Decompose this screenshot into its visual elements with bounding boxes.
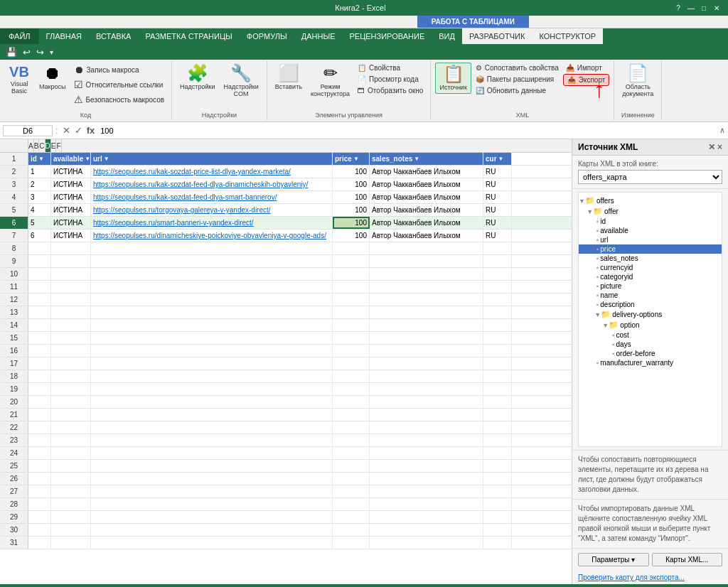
- cell-4-d[interactable]: 100: [333, 191, 370, 203]
- cell-7-e[interactable]: Автор Чакканбаев Илыхом: [370, 230, 483, 242]
- export-button[interactable]: 📤 Экспорт: [563, 74, 610, 86]
- cell-20-f[interactable]: [483, 396, 512, 408]
- tree-item-cost[interactable]: ▪cost: [579, 330, 722, 340]
- cell-9-a[interactable]: [28, 255, 51, 267]
- formula-input[interactable]: 100: [97, 126, 718, 136]
- cell-2-b[interactable]: ИСТИНА: [51, 166, 91, 178]
- cell-31-f[interactable]: [483, 537, 512, 549]
- tab-page-layout[interactable]: РАЗМЕТКА СТРАНИЦЫ: [138, 28, 239, 44]
- xml-maps-button[interactable]: Карты XML...: [652, 553, 723, 566]
- cell-8-a[interactable]: [28, 242, 51, 254]
- cell-24-c[interactable]: [91, 447, 333, 459]
- cell-16-b[interactable]: [51, 345, 91, 357]
- cell-11-e[interactable]: [370, 281, 483, 293]
- cell-6-c[interactable]: https://seopulses.ru/smart-banneri-v-yan…: [91, 217, 333, 229]
- cell-8-b[interactable]: [51, 242, 91, 254]
- cell-28-f[interactable]: [483, 498, 512, 510]
- col-header-b[interactable]: B: [34, 139, 40, 152]
- cell-20-e[interactable]: [370, 396, 483, 408]
- tab-file[interactable]: ФАЙЛ: [0, 28, 39, 44]
- tree-item-picture[interactable]: ▪picture: [579, 281, 722, 291]
- cell-14-b[interactable]: [51, 319, 91, 331]
- tree-item-currencyid[interactable]: ▪currencyid: [579, 263, 722, 272]
- cell-3-e[interactable]: Автор Чакканбаев Илыхом: [370, 178, 483, 190]
- xml-panel-close-button[interactable]: ✕ ×: [708, 142, 722, 152]
- cell-27-e[interactable]: [370, 485, 483, 497]
- header-cell-sales-notes[interactable]: sales_notes ▼: [370, 153, 483, 165]
- cell-15-b[interactable]: [51, 332, 91, 344]
- cell-8-f[interactable]: [483, 242, 512, 254]
- col-header-a[interactable]: A: [28, 139, 34, 152]
- cell-16-e[interactable]: [370, 345, 483, 357]
- cell-2-c[interactable]: https://seopulses.ru/kak-sozdat-price-li…: [91, 166, 333, 178]
- cell-20-c[interactable]: [91, 396, 333, 408]
- cell-24-e[interactable]: [370, 447, 483, 459]
- cell-15-c[interactable]: [91, 332, 333, 344]
- cell-31-d[interactable]: [333, 537, 370, 549]
- cell-5-f[interactable]: RU: [483, 204, 512, 216]
- cell-10-d[interactable]: [333, 268, 370, 280]
- cell-14-a[interactable]: [28, 319, 51, 331]
- tree-item-days[interactable]: ▪days: [579, 340, 722, 349]
- cell-24-d[interactable]: [333, 447, 370, 459]
- save-qa-button[interactable]: 💾: [4, 47, 18, 58]
- cell-17-e[interactable]: [370, 357, 483, 370]
- cell-31-b[interactable]: [51, 537, 91, 549]
- tab-insert[interactable]: ВСТАВКА: [89, 28, 138, 44]
- col-header-c[interactable]: C: [39, 139, 45, 152]
- cell-26-f[interactable]: [483, 473, 512, 485]
- com-addins-button[interactable]: 🔧 НадстройкиCOM: [220, 63, 262, 99]
- cell-7-d[interactable]: 100: [333, 230, 370, 242]
- cell-7-c[interactable]: https://seopulses.ru/dinamicheskiye-poic…: [91, 230, 333, 242]
- tree-item-description[interactable]: ▪description: [579, 300, 722, 309]
- cell-2-a[interactable]: 1: [28, 166, 51, 178]
- cell-6-f[interactable]: RU: [483, 217, 512, 229]
- verify-export-link[interactable]: Проверить карту для экспорта...: [572, 571, 728, 584]
- cell-19-a[interactable]: [28, 383, 51, 395]
- cell-22-f[interactable]: [483, 421, 512, 433]
- cell-21-a[interactable]: [28, 409, 51, 421]
- col-header-e[interactable]: E: [51, 139, 57, 152]
- tree-item-order-before[interactable]: ▪order-before: [579, 349, 722, 358]
- cell-2-d[interactable]: 100: [333, 166, 370, 178]
- cell-6-d[interactable]: 100: [333, 217, 370, 229]
- cell-25-e[interactable]: [370, 460, 483, 472]
- cell-7-b[interactable]: ИСТИНА: [51, 230, 91, 242]
- cell-16-f[interactable]: [483, 345, 512, 357]
- cell-8-d[interactable]: [333, 242, 370, 254]
- cell-30-b[interactable]: [51, 524, 91, 536]
- tree-item-delivery-options[interactable]: ▼📁delivery-options: [579, 309, 722, 320]
- cell-8-c[interactable]: [91, 242, 333, 254]
- cell-18-d[interactable]: [333, 370, 370, 382]
- cell-25-d[interactable]: [333, 460, 370, 472]
- tab-developer[interactable]: РАЗРАБОТЧИК: [462, 28, 532, 44]
- cell-19-e[interactable]: [370, 383, 483, 395]
- relative-refs-button[interactable]: ☑ Относительные ссылки: [71, 77, 168, 92]
- cell-22-c[interactable]: [91, 421, 333, 433]
- tree-item-manufacturer_warranty[interactable]: ▪manufacturer_warranty: [579, 358, 722, 367]
- cell-3-b[interactable]: ИСТИНА: [51, 178, 91, 190]
- design-mode-button[interactable]: ✏ Режимконструктора: [307, 63, 353, 99]
- cell-23-b[interactable]: [51, 434, 91, 446]
- xml-source-button[interactable]: 📋 Источник: [435, 63, 471, 94]
- cell-18-a[interactable]: [28, 370, 51, 382]
- cell-12-b[interactable]: [51, 294, 91, 306]
- cell-7-a[interactable]: 6: [28, 230, 51, 242]
- cell-14-e[interactable]: [370, 319, 483, 331]
- cell-30-a[interactable]: [28, 524, 51, 536]
- tree-item-categoryid[interactable]: ▪categoryid: [579, 272, 722, 281]
- cell-4-c[interactable]: https://seopulses.ru/kak-sozdat-feed-dly…: [91, 191, 333, 203]
- tree-item-id[interactable]: ▪id: [579, 217, 722, 226]
- cell-12-f[interactable]: [483, 294, 512, 306]
- col-header-d[interactable]: D: [46, 139, 51, 152]
- cell-15-d[interactable]: [333, 332, 370, 344]
- cell-11-b[interactable]: [51, 281, 91, 293]
- cell-26-c[interactable]: [91, 473, 333, 485]
- tab-constructor[interactable]: КОНСТРУКТОР: [532, 28, 603, 44]
- cell-14-d[interactable]: [333, 319, 370, 331]
- cell-28-c[interactable]: [91, 498, 333, 510]
- cell-11-a[interactable]: [28, 281, 51, 293]
- cell-4-a[interactable]: 3: [28, 191, 51, 203]
- header-cell-url[interactable]: url ▼: [91, 153, 333, 165]
- cell-21-c[interactable]: [91, 409, 333, 421]
